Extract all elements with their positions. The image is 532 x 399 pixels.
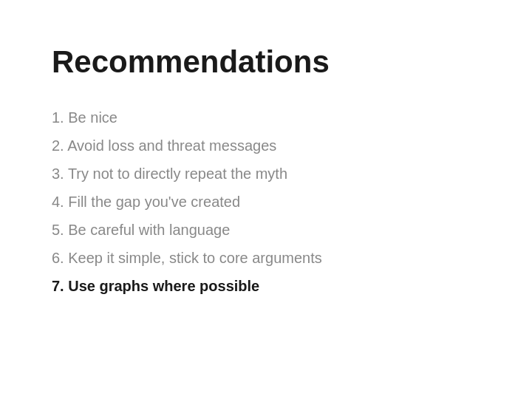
list-item: 3. Try not to directly repeat the myth <box>52 160 480 188</box>
list-item: 5. Be careful with language <box>52 216 480 244</box>
slide-title: Recommendations <box>52 44 480 80</box>
list-container: 1. Be nice2. Avoid loss and threat messa… <box>52 103 480 300</box>
list-item: 1. Be nice <box>52 103 480 132</box>
list-item: 4. Fill the gap you've created <box>52 188 480 216</box>
list-item: 7. Use graphs where possible <box>52 272 480 300</box>
list-item: 2. Avoid loss and threat messages <box>52 132 480 160</box>
slide-container: Recommendations 1. Be nice2. Avoid loss … <box>0 0 532 399</box>
list-item: 6. Keep it simple, stick to core argumen… <box>52 244 480 272</box>
